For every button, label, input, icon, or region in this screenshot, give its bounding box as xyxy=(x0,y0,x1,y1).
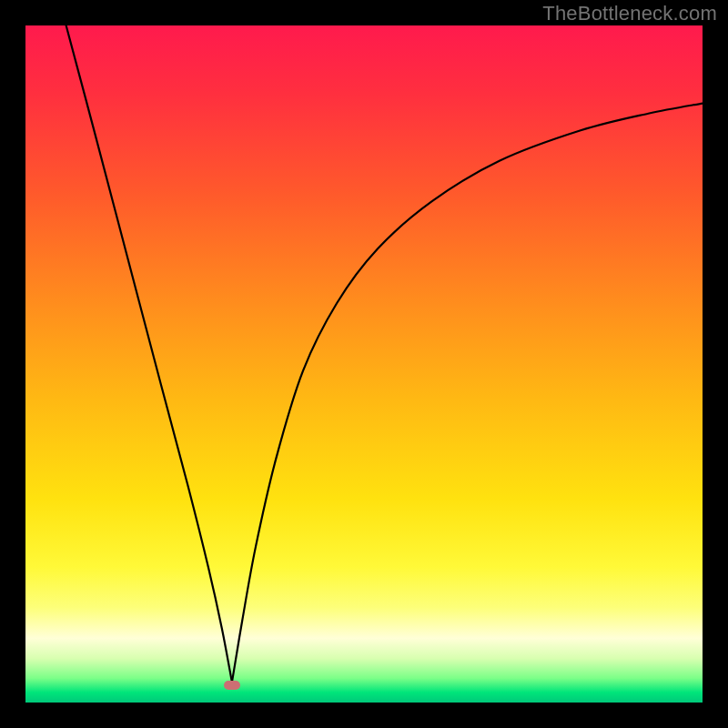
plot-area xyxy=(25,25,703,703)
curve-right-branch xyxy=(232,104,703,682)
minimum-marker xyxy=(224,681,240,690)
curve-layer xyxy=(25,25,703,703)
chart-frame: TheBottleneck.com xyxy=(0,0,728,728)
watermark-text: TheBottleneck.com xyxy=(542,2,717,25)
curve-left-branch xyxy=(66,25,232,682)
